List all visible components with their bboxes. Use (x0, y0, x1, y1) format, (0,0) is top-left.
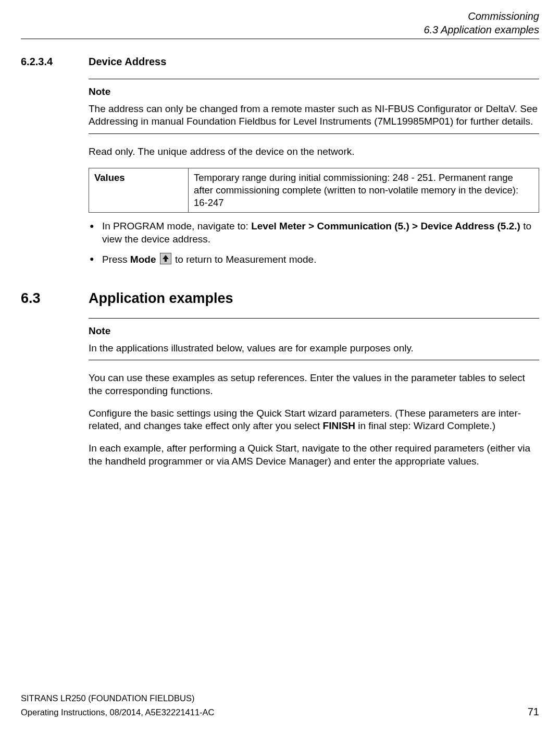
section-number: 6.3 (21, 289, 89, 308)
paragraph: Read only. The unique address of the dev… (89, 145, 539, 158)
section-2-body: Note In the applications illustrated bel… (89, 318, 539, 468)
header-section: 6.3 Application examples (21, 23, 539, 36)
section-title: Application examples (89, 289, 233, 308)
text: to return to Measurement mode. (172, 254, 317, 265)
note-label: Note (89, 325, 539, 338)
page-number: 71 (528, 705, 539, 718)
text: in final step: Wizard Complete.) (355, 420, 495, 431)
section-title: Device Address (89, 55, 166, 68)
menu-path: Level Meter > Communication (5.) > Devic… (251, 221, 520, 231)
section-number: 6.2.3.4 (21, 55, 89, 68)
finish-label: FINISH (323, 420, 355, 431)
running-header: Commissioning 6.3 Application examples (21, 9, 539, 36)
section-heading-2: 6.3 Application examples (21, 289, 539, 308)
list-item: Press Mode to return to Measurement mode… (89, 253, 539, 266)
header-chapter: Commissioning (21, 9, 539, 23)
bullet-list: In PROGRAM mode, navigate to: Level Mete… (89, 220, 539, 266)
page-footer: SITRANS LR250 (FOUNDATION FIELDBUS) Oper… (21, 693, 539, 718)
note-block-2: Note In the applications illustrated bel… (89, 318, 539, 360)
mode-label: Mode (130, 254, 156, 265)
note-text: In the applications illustrated below, v… (89, 342, 539, 355)
section-heading-1: 6.2.3.4 Device Address (21, 55, 539, 68)
paragraph: Configure the basic settings using the Q… (89, 407, 539, 433)
text: Press (102, 254, 130, 265)
note-label: Note (89, 86, 539, 99)
text: In PROGRAM mode, navigate to: (102, 221, 251, 231)
note-text: The address can only be changed from a r… (89, 103, 539, 128)
content: 6.2.3.4 Device Address Note The address … (21, 39, 539, 468)
table-cell: Temporary range during initial commissio… (189, 168, 539, 212)
footer-docinfo: Operating Instructions, 08/2014, A5E3222… (21, 707, 215, 718)
values-table: Values Temporary range during initial co… (89, 168, 539, 213)
table-header-cell: Values (89, 168, 189, 212)
mode-key-icon (160, 253, 171, 264)
page: Commissioning 6.3 Application examples 6… (0, 0, 560, 732)
list-item: In PROGRAM mode, navigate to: Level Mete… (89, 220, 539, 246)
footer-product: SITRANS LR250 (FOUNDATION FIELDBUS) (21, 693, 539, 704)
footer-row: Operating Instructions, 08/2014, A5E3222… (21, 705, 539, 718)
paragraph: In each example, after performing a Quic… (89, 442, 539, 468)
note-block-1: Note The address can only be changed fro… (89, 79, 539, 134)
table-row: Values Temporary range during initial co… (89, 168, 539, 212)
paragraph: You can use these examples as setup refe… (89, 372, 539, 397)
section-2: 6.3 Application examples Note In the app… (21, 289, 539, 468)
section-1-body: Note The address can only be changed fro… (89, 79, 539, 266)
